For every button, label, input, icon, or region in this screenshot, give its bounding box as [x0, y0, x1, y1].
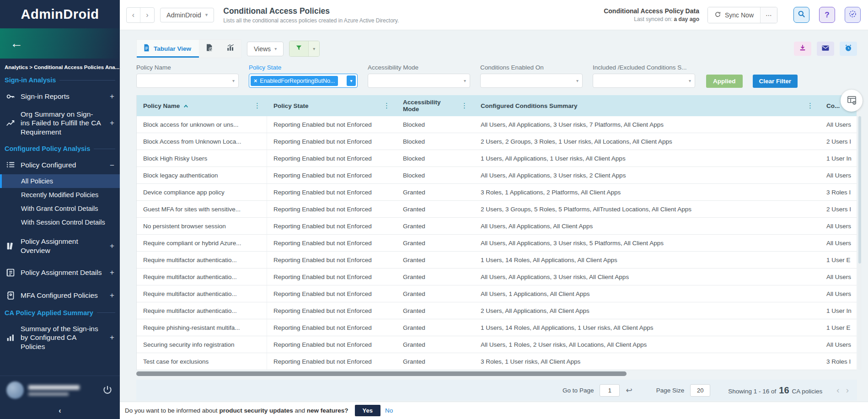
conditions-enabled-select[interactable]: ▾ [480, 74, 583, 88]
column-header-configured-conditions[interactable]: Configured Conditions Summary ⋮ [474, 95, 820, 116]
remove-tag-icon[interactable]: × [254, 78, 257, 84]
table-row[interactable]: Require multifactor authenticatio... Rep… [137, 252, 857, 269]
column-chooser-button[interactable] [841, 90, 863, 112]
tab-tabular-view[interactable]: Tabular View [137, 40, 199, 58]
sidebar-item-signin-reports[interactable]: Sign-in Reports + [0, 87, 120, 106]
column-menu-icon[interactable]: ⋮ [380, 102, 390, 110]
clear-filter-button[interactable]: Clear Filter [753, 75, 798, 88]
views-dropdown[interactable]: Views ▾ [247, 42, 284, 56]
sidebar-item-org-summary[interactable]: Org Summary on Sign-ins Failed to Fulfil… [0, 106, 120, 140]
table-row[interactable]: Block legacy authentication Reporting En… [137, 167, 857, 184]
sidebar-item-policy-configured[interactable]: Policy Configured − [0, 156, 120, 174]
email-button[interactable] [817, 42, 834, 56]
table-row[interactable]: Block Access from Unknown Loca... Report… [137, 133, 857, 150]
sidebar-item-summary-signins[interactable]: Summary of the Sign-ins by Configured CA… [0, 320, 120, 355]
accessibility-mode-select[interactable]: ▾ [368, 74, 470, 88]
policy-state-select[interactable]: × EnabledForReportingButNo... ▾ [249, 74, 358, 88]
expand-plus[interactable]: + [107, 118, 114, 128]
cell-policy-name: Block Access from Unknown Loca... [137, 133, 267, 150]
sync-now-button[interactable]: Sync Now [708, 7, 760, 23]
cell-accessibility-mode: Granted [396, 252, 474, 268]
filter-caret-button[interactable]: ▾ [308, 41, 319, 56]
scrollbar-thumb[interactable] [136, 371, 627, 376]
cell-conditions-summary: 1 Users, 14 Roles, All Applications, 1 U… [474, 319, 820, 336]
cell-truncated: 1 User E [820, 319, 857, 336]
filter-tag: × EnabledForReportingButNo... [251, 76, 338, 86]
cell-policy-name: Block access for unknown or uns... [137, 116, 267, 133]
page-size-input[interactable] [690, 384, 710, 397]
policy-name-select[interactable]: ▾ [136, 74, 239, 88]
cell-conditions-summary: All Users, All Applications, 3 User risk… [474, 167, 820, 183]
vertical-scrollbar[interactable] [858, 116, 862, 370]
table-row[interactable]: Device compliance app policy Reporting E… [137, 184, 857, 201]
column-menu-icon[interactable]: ⋮ [250, 102, 261, 110]
table-row[interactable]: Require multifactor authenticatio... Rep… [137, 302, 857, 319]
main-area: ‹ › AdminDroid ▾ Conditional Access Poli… [120, 0, 868, 419]
cell-accessibility-mode: Blocked [396, 133, 474, 150]
sidebar-item-session-control[interactable]: With Session Control Details [0, 215, 120, 229]
table-row[interactable]: Require multifactor authenticatio... Rep… [137, 285, 857, 302]
tab-chart-view[interactable] [220, 40, 241, 58]
sidebar-item-policy-assignment-overview[interactable]: Policy Assignment Overview + [0, 233, 120, 259]
sync-more-button[interactable]: ⋯ [760, 7, 777, 23]
column-header-accessibility-mode[interactable]: Accessibility Mode ⋮ [396, 95, 474, 116]
column-menu-icon[interactable]: ⋮ [457, 102, 468, 110]
expand-plus[interactable]: + [107, 91, 114, 101]
expand-plus[interactable]: + [107, 241, 114, 251]
chevron-down-icon[interactable]: ▾ [347, 75, 356, 86]
tab-report-summary[interactable] [199, 40, 220, 58]
cell-policy-name: Test case for exclusions [137, 353, 267, 370]
sidebar-item-mfa-configured[interactable]: MFA Configured Policies + [0, 286, 120, 305]
search-button[interactable] [793, 7, 809, 23]
yes-button[interactable]: Yes [355, 405, 380, 416]
topbar: ‹ › AdminDroid ▾ Conditional Access Poli… [120, 0, 868, 30]
table-row[interactable]: Test case for exclusions Reporting Enabl… [137, 353, 857, 370]
cell-policy-name: Require multifactor authenticatio... [137, 285, 267, 302]
table-row[interactable]: Require multifactor authenticatio... Rep… [137, 269, 857, 285]
column-menu-icon[interactable]: ⋮ [803, 102, 814, 110]
filter-funnel-button[interactable] [289, 41, 308, 56]
expand-plus[interactable]: + [107, 290, 114, 300]
sidebar-item-recently-modified[interactable]: Recently Modified Policies [0, 188, 120, 202]
tenant-dropdown[interactable]: AdminDroid ▾ [160, 8, 214, 22]
prev-page-button[interactable]: ‹ [836, 385, 839, 395]
help-button[interactable]: ? [819, 7, 835, 23]
table-row[interactable]: Require phishing-resistant multifa... Re… [137, 319, 857, 336]
table-row[interactable]: Guest MFA for sites with sensitive... Re… [137, 201, 857, 218]
table-row[interactable]: Block High Risky Users Reporting Enabled… [137, 150, 857, 167]
cell-conditions-summary: 2 Users, 2 Groups, 3 Roles, 1 User risks… [474, 133, 820, 150]
expand-plus[interactable]: + [107, 333, 114, 342]
logout-power-icon[interactable] [102, 384, 113, 396]
nav-back-button[interactable]: ‹ [127, 8, 140, 22]
included-excluded-select[interactable]: ▾ [593, 74, 695, 88]
sidebar-collapse-chevron[interactable]: ‹ [0, 404, 120, 419]
table-row[interactable]: No persistent browser session Reporting … [137, 218, 857, 235]
table-row[interactable]: Require compliant or hybrid Azure... Rep… [137, 235, 857, 252]
table-row[interactable]: Block access for unknown or uns... Repor… [137, 116, 857, 133]
table-row[interactable]: Securing security info registration Repo… [137, 336, 857, 353]
collapse-minus[interactable]: − [107, 161, 114, 170]
expand-plus[interactable]: + [107, 268, 114, 277]
sidebar-item-all-policies[interactable]: All Policies [0, 174, 120, 188]
go-page-enter-icon[interactable]: ↩ [626, 386, 632, 395]
page-number-input[interactable] [600, 384, 620, 397]
cell-truncated: 1 User In [820, 302, 857, 319]
cell-policy-state: Reporting Enabled but not Enforced [267, 167, 396, 183]
horizontal-scrollbar[interactable] [136, 371, 857, 376]
back-arrow-icon[interactable]: ← [10, 36, 23, 51]
history-nav: ‹ › [126, 7, 155, 23]
nav-forward-button[interactable]: › [140, 8, 154, 22]
sidebar-item-policy-assignment-details[interactable]: Policy Assignment Details + [0, 263, 120, 282]
sync-status: Conditional Access Policy Data Last sync… [604, 7, 699, 22]
download-button[interactable] [794, 42, 811, 56]
cell-accessibility-mode: Granted [396, 269, 474, 285]
next-page-button[interactable]: › [846, 385, 849, 395]
audit-status-button[interactable] [845, 7, 861, 23]
no-link[interactable]: No [385, 407, 393, 414]
schedule-alarm-button[interactable] [840, 42, 857, 56]
page-title: Conditional Access Policies [223, 6, 399, 16]
column-header-policy-state[interactable]: Policy State ⋮ [267, 95, 396, 116]
cell-policy-name: Block legacy authentication [137, 167, 267, 183]
column-header-policy-name[interactable]: Policy Name ⋮ [137, 95, 267, 116]
sidebar-item-grant-control[interactable]: With Grant Control Details [0, 202, 120, 215]
